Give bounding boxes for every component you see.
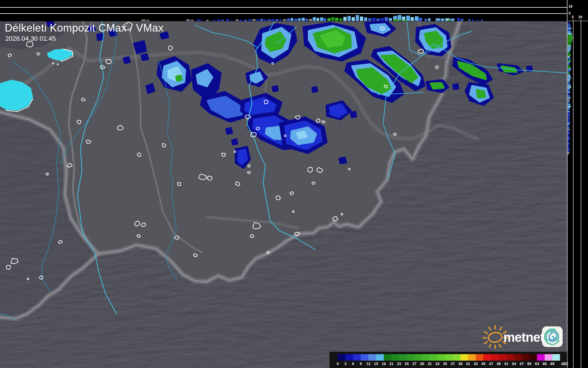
right-histogram-bar bbox=[568, 37, 573, 38]
right-histogram-bar bbox=[568, 102, 570, 104]
dbz-color-cell bbox=[361, 354, 368, 361]
right-histogram-bar bbox=[568, 143, 569, 144]
dbz-scale-label: 33 bbox=[435, 362, 439, 366]
right-histogram-bar bbox=[568, 22, 570, 24]
top-histogram-bar bbox=[461, 19, 463, 21]
dbz-color-cell bbox=[430, 354, 437, 361]
top-histogram-bar bbox=[217, 19, 220, 21]
right-histogram-bar bbox=[568, 40, 572, 42]
right-histogram-bar bbox=[568, 106, 571, 107]
top-histogram-bar bbox=[305, 19, 308, 21]
top-histogram-bar bbox=[231, 20, 233, 21]
right-histogram-bar bbox=[568, 74, 570, 75]
top-histogram-bar bbox=[335, 18, 338, 21]
right-histogram-bar bbox=[568, 79, 570, 81]
right-histogram-bar bbox=[568, 53, 570, 54]
dbz-scale-label: 3 bbox=[345, 362, 347, 366]
right-histogram-bar bbox=[568, 77, 571, 79]
right-histogram-bar bbox=[568, 153, 569, 155]
right-histogram-bar bbox=[568, 122, 570, 123]
page-title: Délkeleti Kompozit CMax / VMax bbox=[5, 22, 164, 34]
dbz-scale-label: 31 bbox=[428, 362, 432, 366]
top-histogram-bar bbox=[235, 19, 239, 21]
right-histogram-bar bbox=[568, 132, 570, 134]
dbz-color-cell bbox=[552, 354, 560, 361]
dbz-color-cell bbox=[422, 354, 430, 361]
radar-echo bbox=[124, 57, 130, 63]
dbz-scale-label: 6 bbox=[352, 362, 354, 366]
top-histogram-bar bbox=[376, 19, 380, 21]
right-histogram-bar bbox=[568, 28, 571, 29]
top-histogram-bar bbox=[197, 19, 200, 21]
right-histogram-bar bbox=[568, 65, 570, 66]
top-histogram-bar bbox=[343, 17, 347, 21]
dbz-scale-label: 23 bbox=[397, 362, 401, 366]
top-panel bbox=[0, 0, 588, 21]
radar-echo bbox=[527, 66, 532, 71]
top-histogram-bar bbox=[451, 19, 454, 21]
top-histogram-bar bbox=[331, 17, 335, 21]
radar-composite-screen: Délkeleti Kompozit CMax / VMax 2026.04.3… bbox=[0, 0, 588, 368]
top-histogram-bar bbox=[481, 20, 483, 21]
top-histogram-bar bbox=[419, 18, 422, 21]
right-histogram-bar bbox=[568, 113, 570, 114]
right-histogram-bar bbox=[568, 139, 569, 141]
right-histogram-bar bbox=[568, 26, 571, 27]
right-histogram-bar bbox=[568, 130, 569, 132]
dbz-scale-label: 47 bbox=[489, 362, 493, 366]
right-histogram-bar bbox=[568, 134, 569, 135]
dbz-color-cell bbox=[476, 354, 483, 361]
right-histogram-bar bbox=[568, 72, 570, 73]
dbz-color-cell bbox=[514, 354, 522, 361]
radar-echo bbox=[453, 84, 458, 89]
right-histogram-bar bbox=[568, 31, 571, 33]
dbz-color-cell bbox=[468, 354, 476, 361]
right-histogram-bar bbox=[568, 97, 571, 98]
dbz-color-cell bbox=[460, 354, 468, 361]
dbz-color-cell bbox=[376, 354, 384, 361]
right-histogram-bar bbox=[568, 129, 570, 130]
dbz-scale-label: 45 bbox=[481, 362, 485, 366]
right-histogram-bar bbox=[568, 141, 569, 143]
top-histogram-bar bbox=[226, 19, 229, 21]
top-histogram-bar bbox=[200, 20, 202, 21]
right-histogram-bar bbox=[568, 51, 570, 52]
right-histogram-bar bbox=[568, 125, 569, 127]
map-layers bbox=[0, 20, 567, 368]
right-histogram-bar bbox=[568, 148, 569, 150]
dbz-color-cell bbox=[499, 354, 506, 361]
right-histogram-bar bbox=[568, 56, 570, 58]
dbz-color-cell bbox=[437, 354, 445, 361]
metnet-app-icon bbox=[542, 326, 563, 347]
right-histogram-bar bbox=[568, 123, 570, 125]
right-histogram-bar bbox=[568, 58, 571, 59]
right-histogram-bar bbox=[568, 93, 569, 95]
right-histogram-bar bbox=[568, 67, 571, 68]
right-histogram-bar bbox=[568, 45, 571, 47]
top-histogram-bar bbox=[279, 19, 282, 21]
dbz-scale-label: 35 bbox=[443, 362, 447, 366]
right-histogram-bar bbox=[568, 68, 571, 70]
top-histogram-bar bbox=[436, 18, 440, 21]
dbz-color-cell bbox=[391, 354, 399, 361]
right-histogram-bar bbox=[568, 30, 571, 31]
top-histogram-bar bbox=[448, 20, 451, 21]
top-histogram-bar bbox=[339, 18, 342, 21]
timestamp: 2026.04.30 01:45 bbox=[5, 35, 56, 42]
right-histogram-bar bbox=[568, 76, 571, 77]
right-histogram-bar bbox=[568, 42, 571, 43]
dbz-scale-label: 15 bbox=[374, 362, 378, 366]
right-histogram-bar bbox=[568, 44, 571, 45]
dbz-scale-label: 0 bbox=[337, 362, 339, 366]
right-histogram-bar bbox=[568, 63, 570, 65]
right-axis-label-10: 10 bbox=[578, 15, 582, 19]
right-histogram-bar bbox=[568, 86, 571, 88]
right-histogram-bar bbox=[568, 91, 570, 93]
dbz-scale-label: 69 bbox=[550, 362, 554, 366]
dbz-colorbar-cells bbox=[338, 354, 560, 361]
top-histogram-bar bbox=[260, 19, 263, 21]
top-histogram-bar bbox=[146, 20, 149, 21]
metnet-logo-text: metnet bbox=[503, 330, 544, 345]
top-histogram-bar bbox=[213, 20, 215, 21]
top-histogram-bar bbox=[264, 19, 266, 21]
